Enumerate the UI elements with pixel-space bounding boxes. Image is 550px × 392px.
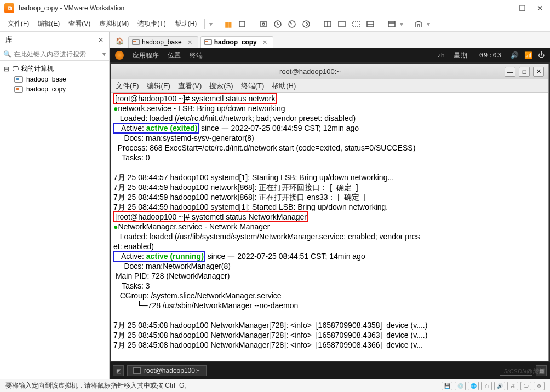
status-usb-icon[interactable]: ⎙	[481, 382, 492, 390]
status-net-icon[interactable]: 🌐	[468, 382, 479, 390]
status-printer-icon[interactable]: 🖨	[507, 382, 518, 390]
home-tab[interactable]: 🏠	[113, 34, 126, 48]
clock-icon[interactable]	[272, 18, 284, 30]
fullscreen-icon[interactable]	[386, 18, 398, 30]
main-area: 库 ✕ 🔍 ▾ ⊟ 🖵 我的计算机 hadoop_base hadoop_co	[0, 32, 550, 379]
status-cd-icon[interactable]: 💿	[455, 382, 466, 390]
tab-hadoop-copy[interactable]: hadoop_copy ✕	[200, 36, 273, 48]
term-maximize-button[interactable]: □	[519, 67, 530, 77]
vm-desktop: 应用程序 位置 终端 zh 星期一 09:03 🔊 📶 ⏻ root@hadoo…	[110, 48, 550, 379]
titlebar: ⧉ hadoop_copy - VMware Workstation — ☐ ✕	[0, 0, 550, 16]
sidebar: 库 ✕ 🔍 ▾ ⊟ 🖵 我的计算机 hadoop_base hadoop_co	[0, 32, 110, 379]
network-icon[interactable]: 📶	[524, 51, 532, 59]
window-controls: — ☐ ✕	[498, 4, 546, 13]
gnome-taskbar: ◩ root@hadoop100:~ ▦	[110, 362, 550, 379]
terminal-title: root@hadoop100:~	[116, 67, 505, 76]
tree-root[interactable]: ⊟ 🖵 我的计算机	[3, 63, 106, 74]
taskbar-app-label: root@hadoop100:~	[144, 367, 200, 374]
taskbar-show-desktop[interactable]: ◩	[113, 365, 124, 376]
tree-item-hadoop-copy[interactable]: hadoop_copy	[14, 84, 106, 94]
tab-hadoop-base[interactable]: hadoop_base ✕	[128, 36, 198, 48]
term-close-button[interactable]: ✕	[533, 67, 544, 77]
highlight-cmd1: [root@hadoop100 ~]# systemctl status net…	[113, 93, 277, 104]
menu-view[interactable]: 查看(V)	[65, 18, 94, 30]
unity-icon[interactable]	[412, 18, 425, 30]
term-minimize-button[interactable]: —	[505, 67, 515, 77]
gnome-places[interactable]: 位置	[168, 51, 181, 60]
minimize-button[interactable]: —	[498, 4, 510, 13]
vm-icon	[14, 76, 23, 83]
computer-icon: 🖵	[12, 65, 19, 73]
status-disk-icon[interactable]: 💾	[442, 382, 452, 390]
taskbar-terminal-app[interactable]: root@hadoop100:~	[127, 365, 207, 376]
vm-tab-icon	[132, 39, 140, 45]
menu-tabs[interactable]: 选项卡(T)	[134, 18, 169, 30]
volume-icon[interactable]: 🔊	[511, 51, 519, 59]
gnome-terminal[interactable]: 终端	[190, 51, 203, 60]
svg-rect-0	[239, 21, 245, 27]
menu-vm[interactable]: 虚拟机(M)	[96, 18, 132, 30]
svg-point-2	[262, 23, 265, 25]
sidebar-header: 库 ✕	[0, 32, 109, 48]
window-title: hadoop_copy - VMware Workstation	[19, 4, 498, 12]
sidebar-title: 库	[5, 35, 12, 44]
gnome-clock: 星期一 09:03	[454, 51, 502, 60]
revert-icon[interactable]	[286, 18, 298, 30]
view2-icon[interactable]	[336, 18, 348, 30]
terminal-icon	[133, 367, 141, 374]
gnome-lang[interactable]: zh	[438, 51, 445, 59]
gnome-top-bar: 应用程序 位置 终端 zh 星期一 09:03 🔊 📶 ⏻	[110, 48, 550, 62]
pause-icon[interactable]: ▮▮	[222, 18, 234, 30]
menu-edit[interactable]: 编辑(E)	[35, 18, 63, 30]
expander-icon[interactable]: ⊟	[3, 65, 10, 73]
menu-help[interactable]: 帮助(H)	[171, 18, 200, 30]
power-icon[interactable]	[236, 18, 248, 30]
term-menu-terminal[interactable]: 终端(T)	[241, 81, 265, 91]
watermark: 5(CSDN@懒懒	[504, 367, 545, 376]
tree-item-hadoop-base[interactable]: hadoop_base	[14, 74, 106, 84]
term-menu-search[interactable]: 搜索(S)	[209, 81, 233, 91]
term-menu-view[interactable]: 查看(V)	[178, 81, 202, 91]
status-sound-icon[interactable]: 🔊	[494, 382, 505, 390]
tabs-row: 🏠 hadoop_base ✕ hadoop_copy ✕	[110, 32, 550, 48]
view3-icon[interactable]	[350, 18, 362, 30]
status-text: 要将输入定向到该虚拟机，请将鼠标指针移入其中或按 Ctrl+G。	[5, 381, 191, 390]
status-more-icon[interactable]: ⚙	[534, 382, 545, 390]
sidebar-close-button[interactable]: ✕	[98, 36, 104, 44]
vm-icon	[14, 86, 23, 93]
tab-close-icon[interactable]: ✕	[262, 39, 267, 46]
terminal-menubar: 文件(F) 编辑(E) 查看(V) 搜索(S) 终端(T) 帮助(H)	[111, 79, 548, 93]
search-box: 🔍 ▾	[0, 48, 109, 61]
highlight-active1: Active: active (exited)	[113, 123, 199, 134]
tree-item-label: hadoop_copy	[26, 85, 66, 93]
manage-icon[interactable]	[300, 18, 312, 30]
term-menu-help[interactable]: 帮助(H)	[272, 81, 296, 91]
snapshot-icon[interactable]	[257, 18, 270, 30]
term-menu-file[interactable]: 文件(F)	[116, 81, 139, 91]
vm-tab-icon	[204, 39, 212, 45]
app-icon: ⧉	[4, 3, 14, 13]
activities-icon[interactable]	[115, 51, 124, 60]
search-input[interactable]	[14, 50, 102, 58]
menu-file[interactable]: 文件(F)	[4, 18, 32, 30]
view1-icon[interactable]	[322, 18, 334, 30]
search-icon: 🔍	[3, 50, 12, 58]
view4-icon[interactable]	[364, 18, 376, 30]
term-menu-edit[interactable]: 编辑(E)	[147, 81, 170, 91]
svg-rect-8	[339, 21, 345, 27]
terminal-body[interactable]: [root@hadoop100 ~]# systemctl status net…	[111, 93, 548, 361]
power-menu-icon[interactable]: ⏻	[538, 51, 545, 59]
terminal-titlebar: root@hadoop100:~ — □ ✕	[111, 64, 548, 79]
maximize-button[interactable]: ☐	[517, 4, 528, 13]
statusbar: 要将输入定向到该虚拟机，请将鼠标指针移入其中或按 Ctrl+G。 💾 💿 🌐 ⎙…	[0, 379, 550, 392]
highlight-active2: Active: active (running)	[113, 251, 205, 262]
status-display-icon[interactable]: 🖵	[520, 382, 531, 390]
close-button[interactable]: ✕	[535, 4, 546, 13]
search-dropdown-icon[interactable]: ▾	[102, 50, 106, 58]
gnome-applications[interactable]: 应用程序	[133, 51, 159, 60]
svg-rect-12	[388, 21, 395, 27]
tab-label: hadoop_copy	[214, 38, 257, 46]
tab-close-icon[interactable]: ✕	[187, 39, 192, 46]
vm-tree: ⊟ 🖵 我的计算机 hadoop_base hadoop_copy	[0, 61, 109, 96]
content-area: 🏠 hadoop_base ✕ hadoop_copy ✕ 应用程序 位置 终端…	[110, 32, 550, 379]
